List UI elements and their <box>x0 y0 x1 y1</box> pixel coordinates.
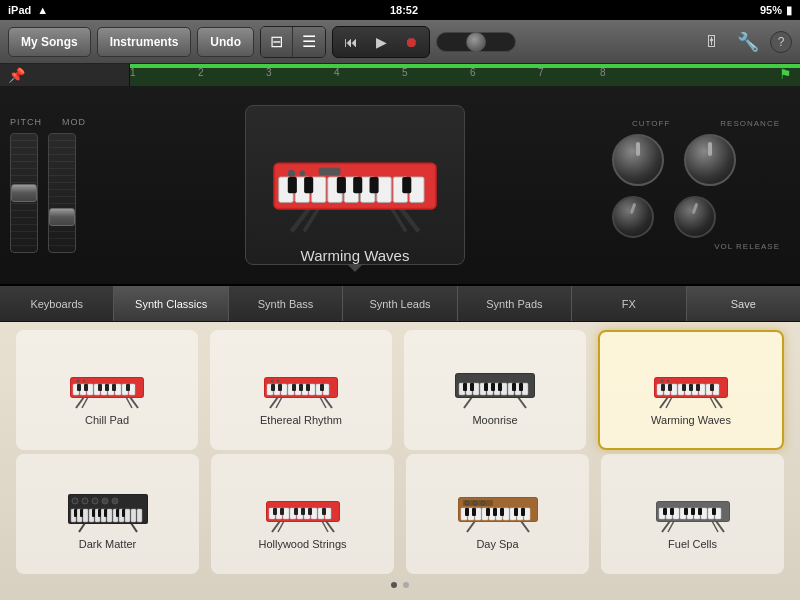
instrument-display: Warming Waves <box>98 105 612 265</box>
tab-synth-pads[interactable]: Synth Pads <box>458 286 572 321</box>
svg-rect-135 <box>116 509 119 517</box>
undo-button[interactable]: Undo <box>197 27 254 57</box>
preset-chill-pad[interactable]: Chill Pad <box>16 330 198 450</box>
settings-icon[interactable]: 🔧 <box>734 28 762 56</box>
svg-point-22 <box>300 171 305 176</box>
knobs-top-labels: CUTOFF RESONANCE <box>632 119 780 128</box>
pagination-dot-1[interactable] <box>391 582 397 588</box>
preset-warming-waves[interactable]: Warming Waves <box>598 330 784 450</box>
preset-fuel-cells-icon <box>648 479 738 534</box>
svg-rect-130 <box>74 509 77 517</box>
preset-dark-matter-label: Dark Matter <box>79 538 136 550</box>
svg-rect-179 <box>486 508 490 516</box>
svg-rect-159 <box>294 508 298 515</box>
svg-line-115 <box>131 523 137 532</box>
svg-rect-15 <box>288 177 297 193</box>
svg-rect-208 <box>712 508 716 515</box>
toolbar: My Songs Instruments Undo ⊟ ☰ ⏮ ▶ ⏺ 🎚 🔧 … <box>0 20 800 64</box>
help-icon[interactable]: ? <box>770 31 792 53</box>
mod-slider-lines <box>49 134 75 252</box>
svg-rect-106 <box>661 384 665 391</box>
resonance-label: RESONANCE <box>720 119 780 128</box>
svg-rect-132 <box>92 509 95 517</box>
svg-rect-12 <box>377 177 392 202</box>
status-bar: iPad ▲ 18:52 95% ▮ <box>0 0 800 20</box>
tempo-slider[interactable] <box>436 32 516 52</box>
pitch-slider[interactable] <box>10 133 38 253</box>
vol-release-label: VOL RELEASE <box>612 242 780 251</box>
mod-slider[interactable] <box>48 133 76 253</box>
grid-view-button[interactable]: ⊟ <box>261 27 293 57</box>
preset-moonrise-icon <box>450 355 540 410</box>
pagination-dot-2[interactable] <box>403 582 409 588</box>
preset-ethereal-rhythm[interactable]: Ethereal Rhythm <box>210 330 392 450</box>
knob-4[interactable] <box>674 196 716 238</box>
mixer-icon[interactable]: 🎚 <box>698 28 726 56</box>
svg-point-139 <box>92 498 98 504</box>
knob-3[interactable] <box>612 196 654 238</box>
instrument-box[interactable]: Warming Waves <box>245 105 465 265</box>
svg-point-138 <box>82 498 88 504</box>
category-tabs: Keyboards Synth Classics Synth Bass Synt… <box>0 286 800 322</box>
my-songs-button[interactable]: My Songs <box>8 27 91 57</box>
svg-point-112 <box>661 379 664 382</box>
svg-rect-89 <box>512 383 516 391</box>
preset-dark-matter[interactable]: Dark Matter <box>16 454 199 574</box>
tab-keyboards[interactable]: Keyboards <box>0 286 114 321</box>
svg-rect-127 <box>125 509 130 522</box>
pitch-label: PITCH <box>10 117 42 127</box>
preset-fuel-cells[interactable]: Fuel Cells <box>601 454 784 574</box>
play-button[interactable]: ▶ <box>367 29 395 55</box>
svg-rect-108 <box>682 384 686 391</box>
list-view-button[interactable]: ☰ <box>293 27 325 57</box>
svg-rect-8 <box>311 177 326 202</box>
record-button[interactable]: ⏺ <box>397 29 425 55</box>
svg-rect-39 <box>77 384 81 391</box>
rewind-button[interactable]: ⏮ <box>337 29 365 55</box>
svg-point-21 <box>288 170 295 177</box>
instruments-button[interactable]: Instruments <box>97 27 192 57</box>
instrument-image <box>246 106 464 237</box>
tab-save[interactable]: Save <box>687 286 800 321</box>
view-segment-control: ⊟ ☰ <box>260 26 326 58</box>
preset-day-spa-icon <box>453 479 543 534</box>
tab-synth-bass[interactable]: Synth Bass <box>229 286 343 321</box>
svg-rect-133 <box>98 509 101 517</box>
svg-rect-86 <box>484 383 488 391</box>
svg-rect-67 <box>320 384 324 391</box>
svg-rect-136 <box>122 509 125 517</box>
preset-fuel-cells-label: Fuel Cells <box>668 538 717 550</box>
preset-hollywood-strings-icon <box>258 479 348 534</box>
preset-day-spa[interactable]: Day Spa <box>406 454 589 574</box>
timeline-track[interactable]: 1 2 3 4 5 6 7 8 ⚑ <box>130 64 800 86</box>
svg-rect-66 <box>306 384 310 391</box>
svg-rect-203 <box>663 508 667 515</box>
preset-hollywood-strings[interactable]: Hollywood Strings <box>211 454 394 574</box>
time-display: 18:52 <box>390 4 418 16</box>
resonance-knob[interactable] <box>684 134 736 186</box>
svg-rect-41 <box>98 384 102 391</box>
preset-moonrise-label: Moonrise <box>472 414 517 426</box>
preset-dark-matter-icon <box>63 479 153 534</box>
knobs-top-row <box>612 134 780 186</box>
preset-area: Chill Pad <box>0 322 800 600</box>
pm-labels: PITCH MOD <box>10 117 86 127</box>
tab-synth-leads[interactable]: Synth Leads <box>343 286 457 321</box>
timeline-end-flag: ⚑ <box>779 66 792 82</box>
preset-ethereal-rhythm-icon <box>256 355 346 410</box>
svg-point-45 <box>77 379 80 382</box>
preset-moonrise[interactable]: Moonrise <box>404 330 586 450</box>
tab-fx[interactable]: FX <box>572 286 686 321</box>
mod-slider-thumb <box>49 208 75 226</box>
pm-sliders <box>10 133 86 253</box>
tab-synth-classics[interactable]: Synth Classics <box>114 286 228 321</box>
tempo-thumb <box>466 32 486 52</box>
svg-rect-120 <box>83 509 88 522</box>
preset-ethereal-rhythm-label: Ethereal Rhythm <box>260 414 342 426</box>
svg-point-141 <box>112 498 118 504</box>
synth-area: PITCH MOD <box>0 86 800 286</box>
timeline-mark-4: 4 <box>334 67 340 78</box>
cutoff-knob[interactable] <box>612 134 664 186</box>
wifi-icon: ▲ <box>37 4 48 16</box>
svg-rect-90 <box>519 383 523 391</box>
